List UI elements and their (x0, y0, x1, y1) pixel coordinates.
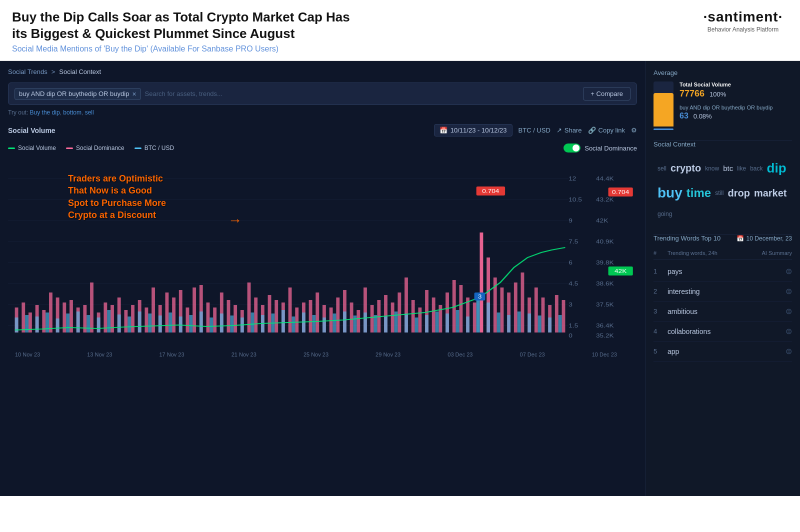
wc-going[interactable]: going (658, 210, 672, 218)
ai-summary-icon-3[interactable]: ⊜ (752, 306, 792, 316)
svg-rect-131 (446, 314, 449, 332)
svg-rect-98 (107, 310, 110, 332)
x-label-1: 10 Nov 23 (15, 352, 40, 358)
svg-rect-130 (436, 312, 439, 332)
svg-rect-105 (179, 316, 182, 332)
calendar-icon: 📅 (440, 126, 448, 134)
trending-row-2: 2 interesting ⊜ (654, 282, 792, 302)
th-hash: # (654, 250, 668, 256)
chart-legend: Social Volume Social Dominance BTC / USD… (8, 144, 637, 152)
trending-date-text: 10 December, 23 (746, 235, 792, 242)
x-label-6: 29 Nov 23 (376, 352, 400, 358)
try-sell[interactable]: sell (85, 109, 94, 116)
th-ai: AI Summary (752, 250, 792, 256)
avg-bar-underline (654, 128, 674, 130)
ai-summary-icon-4[interactable]: ⊜ (752, 326, 792, 336)
tr-word-2[interactable]: interesting (668, 288, 752, 296)
avg-bar-fill-total (654, 93, 674, 127)
x-label-7: 03 Dec 23 (448, 352, 472, 358)
trending-section: Trending Words Top 10 📅 10 December, 23 … (654, 234, 792, 362)
ai-summary-icon-1[interactable]: ⊜ (752, 266, 792, 276)
chart-controls: Social Volume 📅 10/11/23 - 10/12/23 BTC … (8, 124, 637, 136)
breadcrumb-current: Social Context (59, 68, 101, 76)
wc-dip[interactable]: dip (767, 160, 786, 176)
chart-area: Social Trends > Social Context buy AND d… (0, 61, 645, 496)
compare-button[interactable]: + Compare (583, 87, 630, 100)
right-sidebar: Average Total Social Volume (645, 61, 800, 496)
dominance-toggle-label: Social Dominance (584, 144, 637, 152)
settings-button[interactable]: ⚙ (631, 126, 637, 134)
tr-word-1[interactable]: pays (668, 268, 752, 276)
svg-rect-93 (56, 318, 60, 332)
ai-summary-icon-2[interactable]: ⊜ (752, 286, 792, 296)
date-range-text: 10/11/23 - 10/12/23 (450, 126, 507, 134)
share-button[interactable]: ↗ Share (556, 126, 582, 134)
svg-rect-127 (404, 314, 408, 332)
wc-crypto[interactable]: crypto (670, 162, 701, 174)
x-label-4: 21 Nov 23 (232, 352, 256, 358)
svg-rect-36 (206, 302, 210, 332)
asset-selector[interactable]: BTC / USD (518, 126, 550, 134)
ai-summary-icon-5[interactable]: ⊜ (752, 346, 792, 356)
wc-sell[interactable]: sell (658, 165, 666, 172)
svg-text:42K: 42K (596, 218, 608, 224)
breadcrumb-parent[interactable]: Social Trends (8, 68, 48, 76)
svg-rect-96 (86, 315, 90, 332)
try-buy-dip[interactable]: Buy the dip (30, 109, 60, 116)
svg-rect-76 (480, 232, 484, 332)
tr-num-5: 5 (654, 348, 668, 355)
search-tag-close[interactable]: × (132, 90, 136, 98)
total-label: Total (680, 82, 692, 88)
average-title: Average (654, 69, 792, 76)
toggle-knob (572, 144, 580, 152)
tr-word-4[interactable]: collaborations (668, 328, 752, 336)
dominance-toggle[interactable]: Social Dominance (564, 144, 637, 152)
svg-text:36.4K: 36.4K (596, 323, 614, 329)
svg-rect-33 (186, 308, 190, 332)
svg-rect-57 (350, 302, 354, 332)
svg-rect-45 (268, 295, 272, 332)
svg-rect-75 (473, 302, 476, 332)
svg-rect-142 (558, 315, 562, 332)
trending-header: Trending Words Top 10 📅 10 December, 23 (654, 234, 792, 242)
svg-rect-27 (144, 308, 148, 332)
tr-word-5[interactable]: app (668, 348, 752, 356)
tr-word-3[interactable]: ambitious (668, 308, 752, 316)
copy-link-button[interactable]: 🔗 Copy link (588, 126, 625, 134)
svg-text:3: 3 (478, 294, 482, 300)
total-volume-row: Total Social Volume 77766 100% (680, 82, 792, 99)
wc-btc[interactable]: btc (723, 164, 733, 172)
svg-rect-119 (322, 318, 326, 332)
wc-buy[interactable]: buy (658, 185, 682, 201)
search-input[interactable]: Search for assets, trends... (145, 90, 580, 98)
copy-link-label: Copy link (598, 126, 625, 134)
toggle-switch[interactable] (564, 144, 580, 152)
svg-rect-49 (295, 308, 298, 332)
legend-label-btc: BTC / USD (144, 144, 174, 152)
wc-back[interactable]: back (750, 165, 762, 172)
wc-like[interactable]: like (737, 165, 746, 172)
wc-time[interactable]: time (686, 186, 711, 200)
date-range-picker[interactable]: 📅 10/11/23 - 10/12/23 (434, 124, 512, 136)
svg-text:1.5: 1.5 (568, 323, 578, 329)
word-cloud: sell crypto know btc like back dip buy t… (654, 154, 792, 224)
svg-text:44.4K: 44.4K (596, 176, 614, 182)
breadcrumb: Social Trends > Social Context (8, 68, 637, 76)
trending-row-1: 1 pays ⊜ (654, 262, 792, 282)
svg-rect-121 (343, 312, 346, 332)
tr-num-3: 3 (654, 308, 668, 315)
svg-text:37.5K: 37.5K (596, 302, 614, 308)
wc-still[interactable]: still (715, 190, 724, 196)
wc-drop[interactable]: drop (728, 188, 750, 199)
trending-title: Trending Words Top 10 (654, 234, 720, 242)
svg-text:43.2K: 43.2K (596, 197, 614, 203)
try-bottom[interactable]: bottom (63, 109, 82, 116)
query-volume-row: buy AND dip OR buythedip OR buydip 63 0.… (680, 104, 792, 120)
svg-rect-42 (248, 282, 251, 332)
social-context-title: Social Context (654, 140, 792, 148)
wc-market[interactable]: market (754, 188, 787, 199)
svg-text:42K: 42K (614, 268, 626, 274)
svg-rect-125 (384, 316, 388, 332)
wc-know[interactable]: know (705, 165, 719, 172)
svg-rect-112 (250, 312, 254, 332)
